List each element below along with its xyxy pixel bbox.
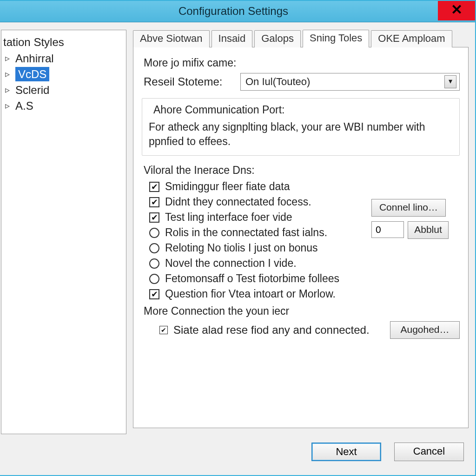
number-input[interactable] <box>371 221 404 238</box>
comm-port-group: Ahore Communication Port: For atheck any… <box>142 98 460 156</box>
tab-label: OKE Amploam <box>378 33 445 44</box>
check-label: Siate alad rese fiod any and connected. <box>173 324 370 337</box>
cancel-button[interactable]: Cancel <box>394 443 464 461</box>
option-label: Fetomonsaff o Test fiotorbime follees <box>165 272 339 285</box>
option-novel[interactable]: Novel the connection I vide. <box>142 257 460 270</box>
option-smidinggur[interactable]: Smidinggur fleer fiate data <box>142 180 460 193</box>
group1-heading: More jo mifix came: <box>144 57 460 69</box>
tab-abve-siotwan[interactable]: Abve Siotwan <box>133 30 210 47</box>
siate-check-row[interactable]: Siate alad rese fiod any and connected. <box>159 324 370 337</box>
tree-item-vcds[interactable]: ▹ VcDS <box>1 66 126 82</box>
more-connection-group: More Connection the youn iecr Siate alad… <box>142 305 460 339</box>
option-fetomonsaff[interactable]: Fetomonsaff o Test fiotorbime follees <box>142 272 460 285</box>
option-label: Didnt they connectated focess. <box>165 196 311 208</box>
nav-tree[interactable]: tation Styles ▹ Anhirral ▹ VcDS ▹ Scleri… <box>1 30 126 434</box>
dialog-footer: Next Cancel <box>311 443 464 461</box>
checkbox-icon[interactable] <box>159 326 168 334</box>
checkbox-icon[interactable] <box>149 212 159 223</box>
reseil-label: Reseil Stoteme: <box>144 75 232 88</box>
option-label: Smidinggur fleer fiate data <box>165 180 290 193</box>
tree-item-anhirral[interactable]: ▹ Anhirral <box>1 51 126 66</box>
window-title: Configuration Settings <box>0 5 475 18</box>
radio-icon[interactable] <box>149 228 159 238</box>
viloral-heading: Viloral the Inerace Dns: <box>144 164 460 177</box>
tree-item-label: VcDS <box>15 67 49 81</box>
checkbox-icon[interactable] <box>149 289 159 299</box>
tab-label: Insaid <box>218 33 246 44</box>
client-area: tation Styles ▹ Anhirral ▹ VcDS ▹ Scleri… <box>0 23 475 475</box>
button-label: Abblut <box>414 224 442 235</box>
button-label: Cancel <box>413 445 445 457</box>
dropdown-value: On Iul(Touteo) <box>245 76 310 88</box>
radio-icon[interactable] <box>149 274 159 284</box>
tab-page: More jo mifix came: Reseil Stoteme: On I… <box>133 47 469 428</box>
button-label: Augohed… <box>400 324 449 335</box>
more-connection-heading: More Connection the youn iecr <box>144 305 460 317</box>
augohed-button[interactable]: Augohed… <box>390 321 460 339</box>
tree-item-label: Anhirral <box>15 52 54 65</box>
viloral-options: Smidinggur fleer fiate data Didnt they c… <box>142 180 460 300</box>
titlebar: Configuration Settings ✕ <box>0 1 475 22</box>
chevron-right-icon: ▹ <box>5 68 10 79</box>
main-panel: Abve Siotwan Insaid Galops Sning Toles O… <box>126 30 469 434</box>
chevron-right-icon: ▹ <box>5 100 10 111</box>
radio-icon[interactable] <box>149 243 159 253</box>
config-window: Configuration Settings ✕ tation Styles ▹… <box>0 0 476 476</box>
tree-item-as[interactable]: ▹ A.S <box>1 98 126 114</box>
tab-insaid[interactable]: Insaid <box>212 30 253 47</box>
reseil-dropdown[interactable]: On Iul(Touteo) ▾ <box>240 73 460 91</box>
checkbox-icon[interactable] <box>149 182 159 192</box>
tab-label: Abve Siotwan <box>140 33 203 44</box>
tree-root[interactable]: tation Styles <box>1 34 126 51</box>
side-controls: Connel lino… Abblut <box>371 199 460 239</box>
option-reloting[interactable]: Reloting No tiolis I just on bonus <box>142 242 460 254</box>
chevron-right-icon: ▹ <box>5 53 10 64</box>
tab-oke-amploam[interactable]: OKE Amploam <box>371 30 452 47</box>
option-label: Novel the connection I vide. <box>165 257 297 270</box>
option-label: Rolis in the connectated fast ialns. <box>165 226 327 239</box>
checkbox-icon[interactable] <box>149 197 159 207</box>
chevron-down-icon[interactable]: ▾ <box>444 75 456 88</box>
button-label: Next <box>336 446 357 457</box>
radio-icon[interactable] <box>149 258 159 269</box>
close-button[interactable]: ✕ <box>438 1 475 20</box>
next-button[interactable]: Next <box>311 443 381 461</box>
option-label: Reloting No tiolis I just on bonus <box>165 242 318 254</box>
tab-galops[interactable]: Galops <box>254 30 301 47</box>
tab-label: Galops <box>261 33 294 44</box>
button-label: Connel lino… <box>379 202 438 212</box>
tab-sning-toles[interactable]: Sning Toles <box>303 30 369 47</box>
tab-strip: Abve Siotwan Insaid Galops Sning Toles O… <box>133 30 469 47</box>
connel-lino-button[interactable]: Connel lino… <box>371 199 446 217</box>
close-icon: ✕ <box>451 2 463 17</box>
tree-item-label: A.S <box>15 99 33 112</box>
tree-item-sclerid[interactable]: ▹ Sclerid <box>1 82 126 98</box>
option-label: Test ling interface foer vide <box>165 211 292 224</box>
chevron-right-icon: ▹ <box>5 84 10 95</box>
tree-item-label: Sclerid <box>15 84 49 96</box>
tab-label: Sning Toles <box>310 32 362 44</box>
comm-port-text: For atheck any signplting black, your ar… <box>149 120 453 149</box>
comm-port-legend: Ahore Communication Port: <box>151 104 288 116</box>
abblut-button[interactable]: Abblut <box>408 221 449 239</box>
option-label: Question fior Vtea intoart or Morlow. <box>165 288 336 300</box>
option-question[interactable]: Question fior Vtea intoart or Morlow. <box>142 288 460 300</box>
